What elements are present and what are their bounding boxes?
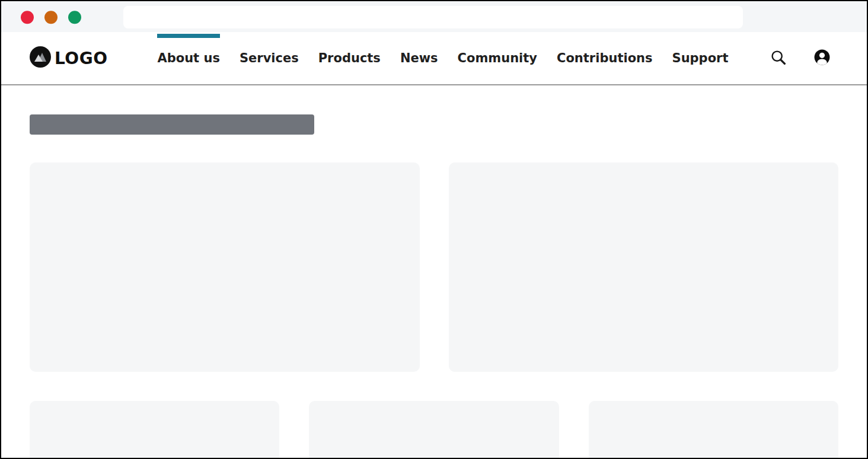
large-card-row xyxy=(30,162,838,372)
logo-text: LOGO xyxy=(55,49,107,68)
header-actions xyxy=(770,49,830,68)
site-header: LOGO About us Services Products News Com… xyxy=(1,32,867,85)
window-controls xyxy=(21,11,81,24)
content-card-placeholder xyxy=(30,401,279,459)
search-icon xyxy=(770,49,787,68)
heading-placeholder-bar xyxy=(30,114,314,135)
address-bar-input[interactable] xyxy=(123,6,743,28)
nav-item-about-us[interactable]: About us xyxy=(157,32,219,84)
minimize-window-button[interactable] xyxy=(44,11,58,24)
browser-window: LOGO About us Services Products News Com… xyxy=(0,0,868,459)
content-card-placeholder xyxy=(30,162,420,372)
zoom-window-button[interactable] xyxy=(68,11,81,24)
close-window-button[interactable] xyxy=(21,11,34,24)
content-card-placeholder xyxy=(449,162,839,372)
nav-item-services[interactable]: Services xyxy=(240,32,299,84)
user-account-icon xyxy=(814,49,830,67)
search-button[interactable] xyxy=(770,49,787,68)
nav-item-community[interactable]: Community xyxy=(458,32,537,84)
nav-item-news[interactable]: News xyxy=(400,32,438,84)
main-navigation: About us Services Products News Communit… xyxy=(157,32,728,84)
content-card-placeholder xyxy=(589,401,838,459)
account-button[interactable] xyxy=(814,49,830,67)
page-content xyxy=(1,85,867,459)
logo[interactable]: LOGO xyxy=(30,46,107,70)
nav-item-contributions[interactable]: Contributions xyxy=(557,32,652,84)
small-card-row xyxy=(30,401,838,459)
nav-item-support[interactable]: Support xyxy=(672,32,729,84)
browser-chrome xyxy=(1,1,867,32)
mountain-circle-icon xyxy=(30,46,51,70)
nav-item-products[interactable]: Products xyxy=(318,32,381,84)
content-card-placeholder xyxy=(309,401,559,459)
